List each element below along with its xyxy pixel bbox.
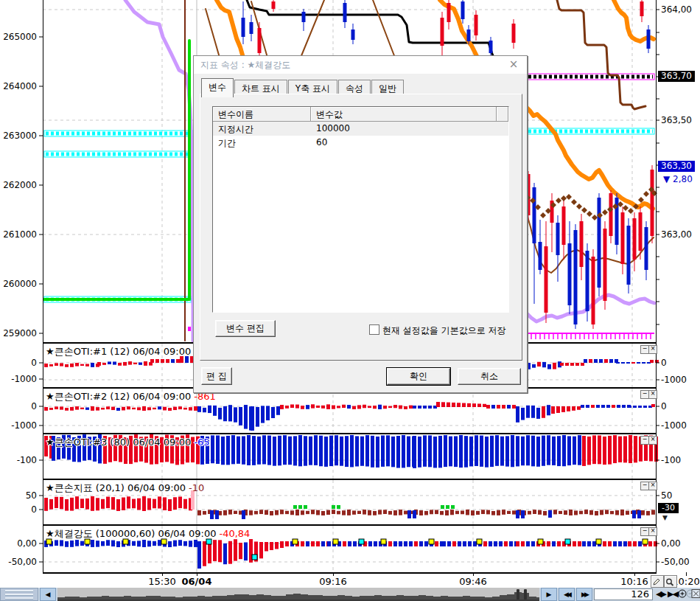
dialog-title[interactable]: 지표 속성 : ★체결강도 ×	[194, 56, 527, 74]
variable-value: 60	[311, 136, 497, 150]
indicator-axis-label: -1000	[661, 375, 687, 385]
collapse-bars-icon[interactable]: ▶◀	[668, 589, 677, 600]
magnifier-button[interactable]	[664, 575, 677, 588]
price-axis-label: 265000	[0, 32, 37, 42]
indicator-panel: 0-10000-1000★큰손OTI:#2 (12) 06/04 09:00-8…	[0, 389, 700, 434]
dialog-title-text: 지표 속성 : ★체결강도	[200, 60, 290, 70]
indicator-datetime: 06/04 09:00	[133, 437, 191, 448]
panel-close-button[interactable]: ×	[648, 482, 657, 490]
indicator-params: (80)	[110, 437, 133, 448]
variable-row[interactable]: 기간60	[213, 136, 508, 150]
save-default-label[interactable]: 현재 설정값을 기본값으로 저장	[382, 324, 505, 337]
indicator-axis-label: -50,00	[661, 557, 690, 567]
overview-range-handle[interactable]	[517, 589, 519, 600]
indicator-params: (12)	[110, 391, 133, 402]
indicator-datetime: 06/04 09:00	[133, 346, 191, 357]
ok-button[interactable]: 확인	[387, 368, 450, 385]
left-axis-line	[43, 0, 43, 574]
indicator-params: (20,1)	[96, 482, 127, 493]
panel-header: ★큰손OTI:#3 (80) 06/04 09:00-65	[46, 436, 209, 449]
price-axis-label: 259000	[0, 328, 37, 338]
indicator-name[interactable]: ★체결강도	[46, 528, 96, 539]
indicator-axis-label: 0	[0, 504, 37, 515]
indicator-axis-label: -50,00	[0, 557, 37, 567]
indicator-axis-label: 50	[0, 490, 37, 501]
column-header[interactable]	[497, 107, 508, 122]
variable-name: 기간	[213, 136, 311, 150]
panel-close-button[interactable]: ×	[648, 436, 657, 445]
chart-overview-strip[interactable]	[57, 588, 539, 601]
edit-variables-button[interactable]: 변수 편집	[215, 320, 276, 337]
overview-range-handle[interactable]	[524, 589, 527, 600]
bar-count-field[interactable]: 126	[594, 588, 653, 600]
play-button[interactable]: ▶	[541, 588, 557, 601]
panel-separator	[43, 479, 657, 480]
tab-variables[interactable]: 변수	[201, 78, 234, 97]
rewind-button[interactable]: ◀◀	[559, 588, 575, 601]
price-axis-label: 363,50	[661, 115, 692, 125]
fast-forward-button[interactable]: ▶▶	[576, 588, 592, 601]
indicator-axis-label: 0	[661, 401, 667, 411]
panel-separator	[43, 524, 657, 526]
price-axis-label: 364,00	[661, 4, 692, 15]
indicator-axis-label: -1000	[0, 374, 37, 384]
scroll-left-button[interactable]: ◀	[40, 588, 56, 601]
indicator-value: -40,84	[219, 528, 250, 539]
column-header[interactable]: 변수값	[311, 107, 497, 122]
indicator-panel: -100-100★큰손OTI:#3 (80) 06/04 09:00-65−×	[0, 434, 700, 479]
panel-header: ★체결강도 (100000,60) 06/04 09:00-40,84	[46, 527, 250, 541]
indicator-axis-label: 0	[661, 358, 667, 368]
spread-bars-icon[interactable]: ◀▶	[656, 589, 665, 600]
indicator-axis-label: 0,00	[0, 538, 37, 549]
indicator-params: (12)	[110, 346, 133, 357]
time-axis-label: 06/04	[182, 576, 212, 587]
panel-close-button[interactable]: ×	[648, 390, 657, 399]
indicator-axis-label: 0	[0, 401, 37, 411]
current-price-label: 363,30	[658, 161, 695, 172]
indicator-panel: 50050-30▼★큰손지표 (20,1) 06/04 09:00-10−×	[0, 480, 700, 525]
panel-header: ★큰손OTI:#1 (12) 06/04 09:00-861	[46, 345, 216, 358]
price-axis-label: 262000	[0, 180, 37, 190]
panel-close-button[interactable]: ×	[648, 527, 657, 536]
dialog-close-icon[interactable]: ×	[508, 56, 519, 74]
edit-button[interactable]: 편 집	[201, 367, 232, 385]
price-axis-label: 260000	[0, 279, 37, 289]
indicator-axis-label: 0,00	[661, 538, 681, 549]
scrollbar-grip[interactable]	[0, 588, 38, 601]
variable-name: 지정시간	[213, 122, 311, 136]
indicator-value: -65	[194, 437, 209, 448]
indicator-axis-label: 0	[0, 358, 37, 368]
price-axis-label: 263000	[0, 131, 37, 141]
panel-close-button[interactable]: ×	[648, 345, 657, 354]
variables-table[interactable]: 변수이름변수값 지정시간100000기간60	[212, 106, 509, 313]
indicator-properties-dialog: 지표 속성 : ★체결강도 × 변수차트 표시Y축 표시속성일반 변수이름변수값…	[193, 55, 528, 393]
panel-separator	[43, 433, 657, 434]
indicator-name[interactable]: ★큰손OTI:#2	[46, 391, 110, 402]
cancel-button[interactable]: 취소	[458, 368, 521, 385]
indicator-name[interactable]: ★큰손지표	[46, 482, 96, 493]
panel-header: ★큰손지표 (20,1) 06/04 09:00-10	[46, 482, 204, 495]
price-axis-label: 264000	[0, 81, 37, 91]
indicator-value-marker: -30	[658, 503, 679, 513]
price-axis-label: 363,00	[661, 229, 692, 240]
current-price-label: 363,70	[658, 71, 695, 82]
price-axis-label: 261000	[0, 229, 37, 240]
annotate-button[interactable]	[651, 575, 664, 588]
time-axis-label: 10:16	[620, 576, 648, 587]
time-axis-label: 09:46	[459, 576, 486, 587]
column-header[interactable]: 변수이름	[213, 107, 311, 122]
indicator-axis-label: -100	[0, 455, 37, 465]
trading-app-window: 2650002640002630002620002610002600002590…	[0, 0, 700, 601]
save-default-checkbox[interactable]	[369, 324, 379, 335]
indicator-datetime: 06/04 09:00	[158, 528, 216, 539]
panel-header: ★큰손OTI:#2 (12) 06/04 09:00-861	[46, 390, 216, 403]
indicator-name[interactable]: ★큰손OTI:#1	[46, 346, 110, 357]
dialog-tab-strip: 변수차트 표시Y축 표시속성일반	[201, 78, 405, 94]
axis-separator	[43, 572, 657, 574]
indicator-name[interactable]: ★큰손OTI:#3	[46, 437, 110, 448]
indicator-value: -10	[189, 482, 204, 493]
variable-row[interactable]: 지정시간100000	[213, 122, 508, 136]
bottom-toolbar: ◀ ▶ ◀◀ ▶▶ 126 ◀▶ ▶◀	[0, 588, 700, 601]
indicator-axis-label: -100	[661, 455, 681, 465]
indicator-axis-label: 50	[661, 490, 672, 501]
